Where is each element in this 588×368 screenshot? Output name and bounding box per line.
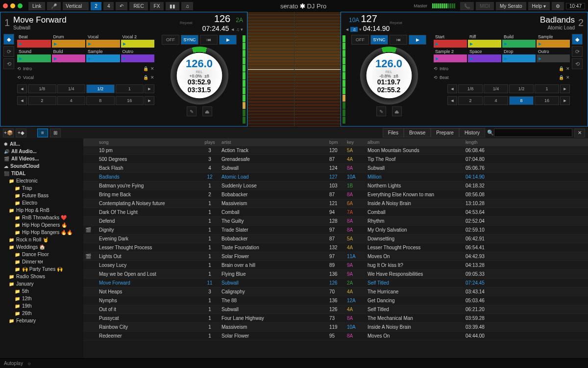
col-plays[interactable]: plays xyxy=(200,138,220,146)
loop-slot[interactable]: ⟲Intro🔒✕ xyxy=(17,64,154,73)
lib-tab-browse[interactable]: Browse xyxy=(404,128,431,137)
beat-jump-size[interactable]: 4 xyxy=(57,96,86,105)
cue-pad[interactable]: Riff xyxy=(468,34,501,48)
cue-pad[interactable]: Beat xyxy=(17,34,51,48)
repeat-label[interactable]: Repeat xyxy=(390,21,402,25)
beat-jump-fwd[interactable]: ► xyxy=(560,84,570,93)
beat-jump-back[interactable]: ◄ xyxy=(447,96,457,105)
beat-jump-size[interactable]: 16 xyxy=(116,96,144,105)
beat-jump-size[interactable]: 16 xyxy=(535,96,559,105)
fx-button[interactable]: FX xyxy=(150,2,164,10)
table-row[interactable]: Out of it1Subwall1264ASelf Titled06:21.2… xyxy=(83,305,588,314)
cue-pad[interactable]: Sample xyxy=(537,34,570,48)
table-row[interactable]: Lesser Thought Process1Taste Foundation1… xyxy=(83,243,588,252)
table-row[interactable]: Contemplating A Noisey future1Massiveism… xyxy=(83,199,588,208)
crate-item[interactable]: 📁Trap xyxy=(0,184,83,192)
sync-off-button[interactable]: OFF xyxy=(351,35,369,45)
phone-icon[interactable]: 📞 xyxy=(460,2,474,10)
crate-item[interactable]: 📁Rock n Roll 🤘 xyxy=(0,236,83,243)
undo-icon[interactable]: ↶ xyxy=(116,2,127,10)
beat-jump-size[interactable]: 1/8 xyxy=(28,84,56,93)
beat-jump-size[interactable]: 1/4 xyxy=(484,84,508,93)
crate-item[interactable]: 📁5th xyxy=(0,288,83,295)
eject-icon[interactable]: ⏏ xyxy=(202,106,212,116)
eject-icon[interactable]: ⏏ xyxy=(392,106,402,116)
help-dropdown[interactable]: Help ▾ xyxy=(528,2,550,10)
table-row[interactable]: Dark Of The Light1Comball947AComball04:5… xyxy=(83,208,588,217)
edit-grid-icon[interactable]: ✎ xyxy=(187,106,196,116)
cue-pad[interactable]: Drop xyxy=(502,49,536,62)
crate-item[interactable]: 📁26th xyxy=(0,310,83,317)
lib-tab-prepare[interactable]: Prepare xyxy=(431,128,459,137)
col-artist[interactable]: artist xyxy=(220,138,327,146)
crate-item[interactable]: 📁Hip Hop & RnB xyxy=(0,207,83,214)
loop-tab[interactable]: ⟳ xyxy=(572,46,583,57)
crate-item[interactable]: 📁February xyxy=(0,317,83,324)
search-close-icon[interactable]: ✕ xyxy=(574,129,585,137)
rec-button[interactable]: REC xyxy=(129,2,147,10)
sync-button[interactable]: SYNC xyxy=(181,35,198,45)
beat-jump-back[interactable]: ◄ xyxy=(17,84,27,93)
cue-pad[interactable]: Outro xyxy=(537,49,570,62)
crate-item[interactable]: 📁RnB Throwbacks ❤️ xyxy=(0,214,83,221)
beat-jump-back[interactable]: ◄ xyxy=(447,84,457,93)
crate-item[interactable]: 📁🙌 Party Tunes 🙌 xyxy=(0,265,83,273)
cue-pad[interactable]: Drum xyxy=(52,34,86,48)
loop-slot[interactable]: ⟲Beat🔒✕ xyxy=(434,73,570,82)
table-row[interactable]: Bring me Back2Bobabacker878AEverything E… xyxy=(83,190,588,199)
cue-pad[interactable]: Vocal xyxy=(86,34,120,48)
beat-jump-size[interactable]: 2 xyxy=(458,96,483,105)
beat-jump-fwd[interactable]: ► xyxy=(145,84,154,93)
cue-pad[interactable]: Build xyxy=(52,49,86,62)
table-row[interactable]: Defend1The Guilty1288ARhythm02:52.04 xyxy=(83,217,588,226)
crate-item[interactable]: ⬛TIDAL xyxy=(0,170,83,177)
loop-slot[interactable]: ⟲Vocal🔒✕ xyxy=(17,73,154,82)
crate-item[interactable]: 📁Electro xyxy=(0,199,83,207)
cue-pad[interactable]: Space xyxy=(468,49,501,62)
smart-crate-icon[interactable]: +◆ xyxy=(16,129,26,137)
close-window[interactable] xyxy=(3,3,8,8)
table-row[interactable]: May we be Open and Lost1Flying Blue1369A… xyxy=(83,270,588,279)
jog-wheel[interactable]: 126.0 REL -0.8% ±8 01:19.7 02:55.2 xyxy=(360,47,418,105)
center-waveforms[interactable] xyxy=(247,12,341,127)
table-row[interactable]: 10 pm3Action Track1205AMoon Mountain Sou… xyxy=(83,146,588,155)
sync-off-button[interactable]: OFF xyxy=(162,35,179,45)
table-row[interactable]: Badlands12Atomic Load12710AMillion04:14.… xyxy=(83,173,588,182)
beat-jump-fwd[interactable]: ► xyxy=(145,96,154,105)
hotcue-tab[interactable]: ◆ xyxy=(572,34,583,45)
lib-tab-history[interactable]: History xyxy=(459,128,485,137)
play-button[interactable]: ▶ xyxy=(219,35,237,45)
crate-item[interactable]: 📁12th xyxy=(0,295,83,302)
col-length[interactable]: length xyxy=(464,138,495,146)
jog-wheel[interactable]: 126.0 REL +0.0% ±8 03:52.9 03:31.5 xyxy=(171,47,228,105)
crate-item[interactable]: 📁Future Bass xyxy=(0,192,83,199)
prev-track-icon[interactable]: ⏮ xyxy=(390,35,407,45)
edit-grid-icon[interactable]: ✎ xyxy=(376,106,386,116)
flip-tab[interactable]: ⟲ xyxy=(572,58,583,69)
beat-jump-size[interactable]: 2 xyxy=(28,96,56,105)
table-row[interactable]: Rainbow City1Massiveism11910AInside A No… xyxy=(83,323,588,332)
loop-tab[interactable]: ⟳ xyxy=(3,46,14,57)
table-row[interactable]: Nymphs1The 8813612AGet Dancing05:03.46 xyxy=(83,296,588,305)
crate-item[interactable]: 📁Electronic xyxy=(0,177,83,184)
day-mode-icon[interactable]: ☼ xyxy=(27,361,31,366)
beat-jump-size[interactable]: 1/8 xyxy=(458,84,483,93)
settings-icon[interactable]: ⚙ xyxy=(552,2,564,10)
loop-slot[interactable]: ⟲Intro🔒✕ xyxy=(434,64,570,73)
lib-tab-files[interactable]: Files xyxy=(383,128,404,137)
beat-jump-size[interactable]: 1 xyxy=(116,84,144,93)
autoplay-toggle[interactable]: Autoplay xyxy=(4,361,23,366)
table-row[interactable]: Loosey Lucy1Brain over a hill899Ahug It … xyxy=(83,261,588,270)
table-row[interactable]: Redeemer1Solar Flower958AMoves On04:44.0… xyxy=(83,332,588,341)
col-key[interactable]: key xyxy=(345,138,366,146)
beat-jump-size[interactable]: 1 xyxy=(535,84,559,93)
cue-pad[interactable]: Sample xyxy=(86,49,120,62)
deck-count-4[interactable]: 4 xyxy=(103,2,114,10)
table-row[interactable]: Move Forward11Subwall1262ASelf Titled07:… xyxy=(83,279,588,288)
table-row[interactable]: 500 Degrees3Grenadesafe874ATip The Roof0… xyxy=(83,155,588,164)
cue-pad[interactable]: Sound xyxy=(17,49,51,62)
cue-pad[interactable]: Vocal 2 xyxy=(121,34,155,48)
col-album[interactable]: album xyxy=(366,138,464,146)
maximize-window[interactable] xyxy=(18,3,23,8)
beat-jump-size[interactable]: 1/2 xyxy=(86,84,115,93)
